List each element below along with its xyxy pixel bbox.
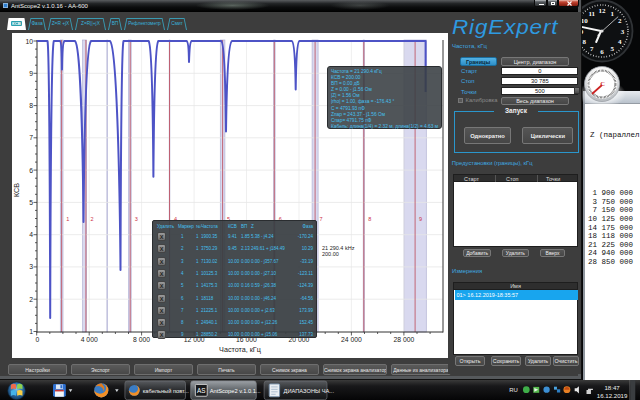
svg-text:12: 12 — [599, 7, 607, 15]
svg-text:10: 10 — [25, 38, 33, 45]
svg-text:8 000: 8 000 — [133, 336, 150, 343]
svg-text:RU: RU — [509, 387, 518, 393]
svg-text:2: 2 — [91, 216, 94, 222]
svg-text:3: 3 — [135, 216, 138, 222]
svg-text:5: 5 — [610, 45, 614, 53]
svg-text:24 000: 24 000 — [341, 336, 362, 343]
svg-text:7: 7 — [590, 45, 594, 53]
svg-text:AntScope2 v.1.0.1...: AntScope2 v.1.0.1... — [210, 388, 261, 394]
svg-text:6: 6 — [600, 48, 604, 56]
svg-text:6: 6 — [29, 167, 33, 174]
svg-text:4 000: 4 000 — [81, 336, 98, 343]
svg-text:5: 5 — [29, 199, 33, 206]
svg-text:3: 3 — [621, 28, 625, 36]
svg-text:2: 2 — [29, 296, 33, 303]
svg-text:28 000: 28 000 — [394, 336, 415, 343]
svg-text:Частота, кГц: Частота, кГц — [219, 345, 261, 354]
svg-text:1: 1 — [29, 328, 33, 335]
svg-text:3: 3 — [29, 263, 33, 270]
svg-text:7: 7 — [320, 216, 323, 222]
svg-text:7: 7 — [29, 134, 33, 141]
svg-text:16.12.2019: 16.12.2019 — [597, 392, 628, 399]
svg-text:4: 4 — [618, 38, 622, 46]
svg-text:8: 8 — [29, 102, 33, 109]
svg-text:4: 4 — [29, 231, 33, 238]
svg-text:кабельный повт...: кабельный повт... — [143, 388, 190, 394]
svg-text:ДИАПАЗОНЫ ЧА...: ДИАПАЗОНЫ ЧА... — [284, 388, 335, 394]
svg-text:0: 0 — [36, 336, 40, 343]
svg-text:9: 9 — [29, 70, 33, 77]
svg-text:9: 9 — [419, 216, 422, 222]
svg-text:8: 8 — [368, 216, 371, 222]
svg-text:1: 1 — [610, 10, 614, 18]
svg-text:2: 2 — [618, 17, 622, 25]
svg-text:18:47: 18:47 — [604, 384, 620, 391]
svg-text:1: 1 — [66, 216, 69, 222]
svg-text:КСВ: КСВ — [12, 183, 21, 197]
svg-text:AS: AS — [197, 387, 206, 394]
